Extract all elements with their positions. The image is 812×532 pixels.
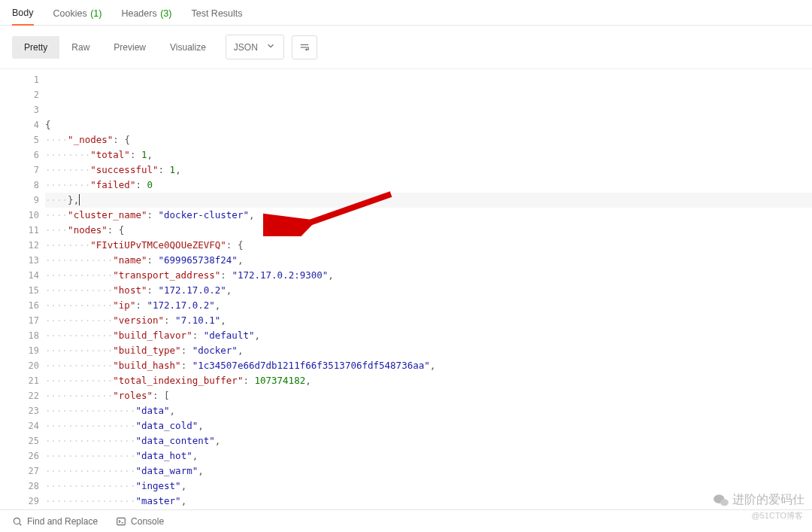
code-line: ············"total_indexing_buffer": 107… [45, 373, 812, 388]
code-line: ············"build_hash": "1c34507e66d7d… [45, 358, 812, 373]
format-bar: Pretty Raw Preview Visualize JSON [0, 26, 812, 68]
lineno: 18 [0, 328, 39, 343]
lineno: 9 [0, 193, 39, 208]
tab-headers-count: (3) [160, 8, 171, 19]
lineno: 20 [0, 358, 39, 373]
code-line: ········"total": 1, [45, 147, 812, 163]
code-line: ············"build_type": "docker", [45, 343, 812, 358]
search-icon [12, 516, 23, 527]
code-line: ················"ingest", [45, 479, 812, 494]
console-button[interactable]: Console [116, 516, 164, 527]
lineno: 24 [0, 418, 39, 433]
fmt-raw-button[interactable]: Raw [59, 36, 102, 59]
code-line: ················"master", [45, 494, 812, 509]
lineno: 26 [0, 448, 39, 464]
lineno: 19 [0, 343, 39, 358]
lineno: 7 [0, 163, 39, 178]
code-line: ········"successful": 1, [45, 163, 812, 178]
wrap-lines-button[interactable] [292, 35, 317, 59]
code-line: ············"ip": "172.17.0.2", [45, 298, 812, 313]
lineno: 1 [0, 72, 39, 87]
code-line: ················"data_cold", [45, 418, 812, 433]
fmt-pretty-button[interactable]: Pretty [12, 36, 59, 59]
code-line: ················"data_warm", [45, 464, 812, 479]
lineno: 16 [0, 298, 39, 313]
find-replace-button[interactable]: Find and Replace [12, 516, 98, 527]
tab-body[interactable]: Body [12, 8, 34, 26]
response-type-value: JSON [234, 42, 258, 53]
format-group: Pretty Raw Preview Visualize [12, 36, 218, 59]
code-line: ····}, [45, 193, 812, 208]
code-line: ············"build_flavor": "default", [45, 328, 812, 343]
code-line: ················"data_hot", [45, 448, 812, 464]
code-line: ················"data", [45, 403, 812, 418]
console-icon [116, 516, 126, 527]
console-label: Console [131, 516, 164, 527]
tab-headers[interactable]: Headers (3) [121, 8, 171, 25]
lineno: 10 [0, 208, 39, 223]
lineno: 15 [0, 283, 39, 298]
lineno: 5 [0, 132, 39, 147]
lineno: 11 [0, 223, 39, 238]
status-bar: Find and Replace Console [0, 509, 812, 532]
code-line: ····"_nodes": { [45, 132, 812, 147]
svg-line-4 [20, 523, 22, 525]
tab-headers-label: Headers [121, 8, 156, 19]
code-line: ············"host": "172.17.0.2", [45, 283, 812, 298]
code-pane: 1234567891011121314151617181920212223242… [0, 68, 812, 517]
fmt-visualize-button[interactable]: Visualize [158, 36, 218, 59]
tab-cookies-label: Cookies [53, 8, 87, 19]
lineno: 23 [0, 403, 39, 418]
lineno: 17 [0, 313, 39, 328]
lineno: 6 [0, 147, 39, 163]
code-line: { [45, 117, 812, 132]
lineno: 8 [0, 178, 39, 193]
fmt-preview-button[interactable]: Preview [102, 36, 158, 59]
code-line: ········"failed": 0 [45, 178, 812, 193]
lineno: 2 [0, 87, 39, 102]
tab-cookies[interactable]: Cookies (1) [53, 8, 102, 25]
tab-cookies-count: (1) [90, 8, 102, 19]
code-line: ············"transport_address": "172.17… [45, 268, 812, 283]
lineno: 28 [0, 479, 39, 494]
code-line: ········"FIvtiUPvTMCe0QOUeZEVFQ": { [45, 238, 812, 253]
lineno: 25 [0, 433, 39, 448]
svg-rect-5 [117, 518, 126, 524]
response-type-select[interactable]: JSON [226, 35, 284, 59]
code-line: ················"data_content", [45, 433, 812, 448]
lineno: 12 [0, 238, 39, 253]
find-replace-label: Find and Replace [27, 516, 98, 527]
code-line: ····"nodes": { [45, 223, 812, 238]
lineno: 21 [0, 373, 39, 388]
response-tabs: Body Cookies (1) Headers (3) Test Result… [0, 0, 812, 26]
lineno: 4 [0, 117, 39, 132]
code-body[interactable]: {····"_nodes": {········"total": 1,·····… [45, 69, 812, 517]
lineno: 14 [0, 268, 39, 283]
lineno: 27 [0, 464, 39, 479]
lineno: 29 [0, 494, 39, 509]
lineno: 13 [0, 253, 39, 268]
chevron-down-icon [265, 41, 276, 53]
code-line: ····"cluster_name": "docker-cluster", [45, 208, 812, 223]
line-gutter: 1234567891011121314151617181920212223242… [0, 69, 45, 517]
code-line: ············"roles": [ [45, 388, 812, 403]
svg-point-3 [14, 518, 20, 524]
tab-test-results[interactable]: Test Results [191, 8, 242, 25]
code-line: ············"name": "699965738f24", [45, 253, 812, 268]
lineno: 22 [0, 388, 39, 403]
code-line: ············"version": "7.10.1", [45, 313, 812, 328]
lineno: 3 [0, 102, 39, 117]
